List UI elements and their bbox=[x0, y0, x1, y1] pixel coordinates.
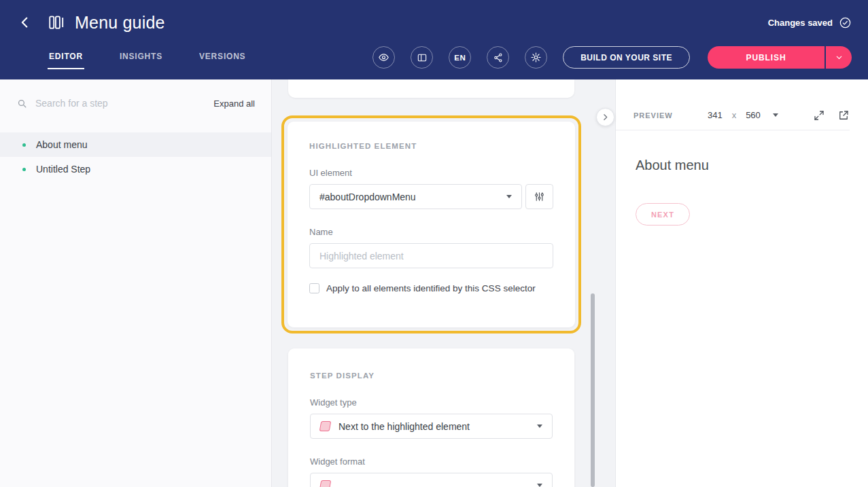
preview-toolbar: PREVIEW 341 x 560 bbox=[616, 101, 850, 130]
chevron-down-icon bbox=[537, 425, 542, 428]
expand-all-link[interactable]: Expand all bbox=[213, 98, 255, 109]
step-list: About menu Untitled Step bbox=[0, 132, 271, 181]
chevron-left-icon bbox=[18, 15, 33, 30]
layout-icon bbox=[417, 52, 428, 63]
tab-editor[interactable]: EDITOR bbox=[48, 46, 84, 69]
widget-format-icon bbox=[319, 480, 332, 487]
ui-element-value: #aboutDropdownMenu bbox=[319, 192, 498, 202]
ui-element-select[interactable]: #aboutDropdownMenu bbox=[309, 184, 522, 209]
name-input[interactable] bbox=[309, 243, 553, 268]
widget-type-value: Next to the highlighted element bbox=[338, 421, 529, 432]
publish-split-button: PUBLISH bbox=[708, 46, 852, 69]
step-search-input[interactable] bbox=[35, 98, 206, 109]
name-label: Name bbox=[309, 227, 553, 237]
collapse-preview-button[interactable] bbox=[596, 108, 614, 126]
widget-type-icon bbox=[319, 421, 332, 431]
widget-format-label: Widget format bbox=[310, 456, 553, 467]
search-icon bbox=[16, 98, 28, 109]
tab-insights[interactable]: INSIGHTS bbox=[118, 46, 164, 69]
section-title: HIGHLIGHTED ELEMENT bbox=[309, 142, 553, 150]
preview-eye-button[interactable] bbox=[372, 46, 395, 69]
previous-card-partial bbox=[288, 79, 574, 98]
gear-icon bbox=[530, 52, 542, 63]
step-display-card: STEP DISPLAY Widget type Next to the hig… bbox=[288, 348, 574, 487]
preview-width: 341 bbox=[708, 110, 723, 120]
publish-button[interactable]: PUBLISH bbox=[708, 46, 824, 69]
chevron-down-icon bbox=[773, 113, 778, 117]
apply-all-label: Apply to all elements identified by this… bbox=[326, 283, 536, 293]
publish-dropdown-button[interactable] bbox=[826, 46, 852, 69]
editor-scrollbar[interactable] bbox=[591, 293, 595, 487]
language-button[interactable]: EN bbox=[449, 46, 471, 69]
settings-button[interactable] bbox=[525, 46, 547, 69]
external-link-icon bbox=[837, 109, 850, 122]
open-in-new-tab-button[interactable] bbox=[837, 109, 850, 122]
app-root: Menu guide Changes saved EDITOR INSIGHTS… bbox=[0, 0, 868, 487]
header-toolbar-row: EDITOR INSIGHTS VERSIONS EN bbox=[0, 35, 868, 79]
next-button[interactable]: NEXT bbox=[636, 203, 690, 226]
step-editor-column: HIGHLIGHTED ELEMENT UI element #aboutDro… bbox=[272, 79, 615, 487]
widget-type-label: Widget type bbox=[310, 397, 553, 408]
chevron-down-icon bbox=[537, 484, 542, 487]
preview-height: 560 bbox=[746, 110, 761, 120]
share-icon bbox=[493, 52, 504, 63]
fullscreen-button[interactable] bbox=[813, 109, 825, 122]
preview-toolbar-icons bbox=[813, 109, 850, 122]
ui-element-label: UI element bbox=[309, 168, 553, 178]
guide-type-icon bbox=[48, 14, 65, 31]
selector-settings-button[interactable] bbox=[525, 184, 553, 209]
header-icon-buttons: EN bbox=[372, 46, 547, 69]
expand-icon bbox=[813, 109, 825, 122]
chevron-right-icon bbox=[601, 113, 610, 122]
widget-type-select[interactable]: Next to the highlighted element bbox=[310, 414, 553, 439]
preview-label: PREVIEW bbox=[633, 111, 673, 120]
top-header: Menu guide Changes saved EDITOR INSIGHTS… bbox=[0, 0, 868, 79]
apply-all-checkbox[interactable] bbox=[309, 283, 319, 293]
step-item-label: Untitled Step bbox=[36, 164, 90, 175]
step-item-label: About menu bbox=[36, 139, 88, 150]
section-title: STEP DISPLAY bbox=[310, 372, 553, 380]
changes-saved-label: Changes saved bbox=[768, 18, 833, 28]
page-title: Menu guide bbox=[75, 13, 165, 33]
eye-icon bbox=[378, 52, 389, 63]
preview-size-selector[interactable]: 341 x 560 bbox=[708, 110, 778, 120]
tab-versions[interactable]: VERSIONS bbox=[198, 46, 247, 69]
check-circle-icon bbox=[839, 16, 852, 29]
header-title-row: Menu guide Changes saved bbox=[0, 5, 868, 39]
chevron-down-icon bbox=[506, 195, 512, 198]
step-bullet-icon bbox=[22, 168, 26, 171]
preview-step-title: About menu bbox=[636, 158, 709, 173]
changes-saved-status: Changes saved bbox=[768, 16, 852, 29]
sliders-icon bbox=[534, 191, 545, 202]
chevron-down-icon bbox=[835, 53, 844, 62]
preview-panel: PREVIEW 341 x 560 About menu NEXT bbox=[615, 79, 868, 487]
back-button[interactable] bbox=[16, 14, 34, 31]
step-search-row: Expand all bbox=[0, 79, 271, 127]
step-bullet-icon bbox=[22, 143, 26, 147]
share-button[interactable] bbox=[487, 46, 509, 69]
highlighted-element-ring: HIGHLIGHTED ELEMENT UI element #aboutDro… bbox=[281, 115, 581, 333]
step-item-untitled[interactable]: Untitled Step bbox=[0, 157, 271, 181]
step-item-about-menu[interactable]: About menu bbox=[0, 132, 271, 157]
build-on-your-site-button[interactable]: BUILD ON YOUR SITE bbox=[563, 46, 690, 69]
size-separator: x bbox=[732, 110, 737, 120]
layout-button[interactable] bbox=[411, 46, 433, 69]
widget-format-select[interactable] bbox=[310, 473, 553, 487]
steps-sidebar: Expand all About menu Untitled Step bbox=[0, 79, 272, 487]
highlighted-element-card: HIGHLIGHTED ELEMENT UI element #aboutDro… bbox=[288, 122, 575, 327]
apply-all-row: Apply to all elements identified by this… bbox=[309, 283, 553, 293]
header-tabs: EDITOR INSIGHTS VERSIONS bbox=[48, 46, 247, 69]
